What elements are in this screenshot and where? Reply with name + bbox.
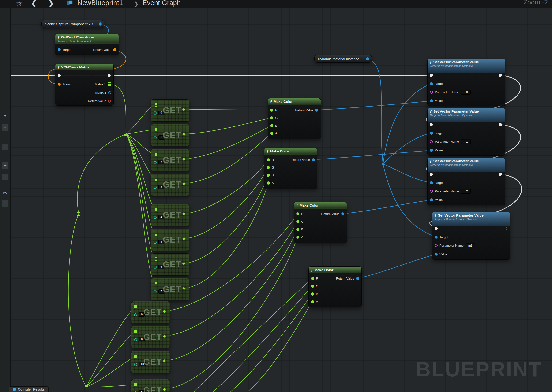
node-array-get-8[interactable]: 8 GET	[131, 301, 170, 323]
node-array-get-4[interactable]: 4 GET	[151, 204, 189, 226]
node-header: ƒGetWorldTransform Target is Scene Compo…	[55, 34, 119, 43]
return-value-pin[interactable]	[356, 277, 359, 280]
a-pin[interactable]	[296, 236, 299, 239]
favorite-icon[interactable]: ☆	[16, 0, 22, 8]
node-header: ƒSet Vector Parameter Value Target is Ma…	[432, 212, 510, 226]
return-value-pin[interactable]	[315, 109, 318, 112]
node-array-get-0[interactable]: 0 GET	[151, 99, 189, 121]
b-pin[interactable]	[296, 228, 299, 231]
compiler-results-tab[interactable]: Compiler Results	[9, 386, 49, 392]
node-array-get-2[interactable]: 2 GET	[151, 149, 189, 171]
add-button-1[interactable]: +	[2, 124, 8, 131]
node-array-get-6[interactable]: 6 GET	[151, 253, 189, 276]
a-pin[interactable]	[267, 182, 270, 184]
return-value-pin[interactable]	[341, 212, 344, 216]
parameter-name-pin[interactable]	[430, 190, 433, 193]
exec-in-pin[interactable]	[430, 73, 434, 77]
reroute-node[interactable]	[85, 385, 88, 388]
exec-out-pin[interactable]	[504, 227, 508, 231]
add-button-4[interactable]: +	[2, 174, 8, 180]
r-pin[interactable]	[296, 212, 299, 216]
compiler-results-icon	[13, 388, 16, 391]
exec-out-pin[interactable]	[107, 74, 111, 77]
exec-in-pin[interactable]	[430, 172, 434, 176]
exec-out-pin[interactable]	[499, 172, 503, 176]
collapse-button[interactable]: ▾	[2, 112, 8, 119]
exec-in-pin[interactable]	[58, 74, 61, 77]
target-pin[interactable]	[430, 181, 433, 184]
node-set-vector-parameter-3[interactable]: ƒSet Vector Parameter Value Target is Ma…	[427, 158, 505, 205]
b-pin[interactable]	[311, 293, 314, 295]
value-pin[interactable]	[430, 149, 433, 152]
exec-in-pin[interactable]	[430, 123, 434, 126]
target-pin[interactable]	[430, 132, 433, 135]
object-out-pin[interactable]	[99, 22, 102, 26]
node-array-get-10[interactable]: 10 GET	[131, 351, 170, 373]
r-pin[interactable]	[270, 109, 273, 112]
node-scene-capture-component[interactable]: Scene Capture Component 2D	[42, 20, 104, 28]
param-name-field[interactable]: m3	[466, 243, 475, 248]
node-make-color-1[interactable]: ƒMake Color R Return Value G B A	[268, 98, 321, 139]
node-array-get-9[interactable]: 9 GET	[131, 326, 170, 348]
trans-pin[interactable]	[58, 83, 61, 86]
value-pin[interactable]	[430, 198, 433, 201]
forward-button[interactable]: ❯	[48, 0, 54, 8]
value-pin[interactable]	[435, 253, 438, 256]
exec-out-pin[interactable]	[499, 123, 503, 126]
a-pin[interactable]	[270, 132, 273, 135]
node-set-vector-parameter-4[interactable]: ƒSet Vector Parameter Value Target is Ma…	[432, 212, 510, 260]
node-array-get-5[interactable]: 5 GET	[151, 229, 189, 251]
node-make-color-3[interactable]: ƒMake Color R Return Value G B A	[294, 202, 347, 243]
return-value-pin[interactable]	[113, 48, 116, 51]
value-pin[interactable]	[430, 99, 433, 102]
g-pin[interactable]	[267, 166, 270, 169]
node-array-get-1[interactable]: 1 GET	[151, 124, 189, 146]
message-icon[interactable]: ✉	[2, 190, 8, 196]
blueprint-editor: BLUEPRINT	[0, 0, 552, 392]
reroute-node[interactable]	[77, 212, 80, 216]
node-vrmtrans-matrix[interactable]: ƒVRMTrans Matrix Trans Matrix 1 Matrix 2…	[55, 64, 114, 106]
node-make-color-4[interactable]: ƒMake Color R Return Value G B A	[308, 266, 362, 308]
node-set-vector-parameter-2[interactable]: ƒSet Vector Parameter Value Target is Ma…	[427, 108, 505, 156]
a-pin[interactable]	[311, 300, 314, 303]
param-name-field[interactable]: m0	[461, 90, 471, 95]
b-pin[interactable]	[267, 174, 270, 177]
exec-out-pin[interactable]	[499, 73, 503, 77]
b-pin[interactable]	[270, 124, 273, 127]
node-set-vector-parameter-1[interactable]: ƒSet Vector Parameter Value Target is Ma…	[427, 59, 505, 106]
back-button[interactable]: ❮	[31, 0, 37, 8]
parameter-name-pin[interactable]	[435, 244, 438, 247]
exec-in-pin[interactable]	[435, 227, 438, 231]
node-make-color-2[interactable]: ƒMake Color R Return Value G B A	[264, 148, 317, 189]
target-pin[interactable]	[430, 82, 433, 85]
blueprint-icon	[67, 0, 74, 7]
matrix1-array-pin[interactable]	[108, 82, 111, 86]
r-pin[interactable]	[311, 277, 314, 280]
g-pin[interactable]	[311, 285, 314, 288]
node-array-get-3[interactable]: 3 GET	[151, 174, 189, 196]
return-value-pin[interactable]	[312, 158, 315, 161]
param-name-field[interactable]: m1	[461, 139, 471, 144]
breadcrumb-title[interactable]: NewBlueprint1	[77, 0, 123, 8]
add-button-5[interactable]: +	[2, 200, 8, 207]
reroute-node[interactable]	[124, 133, 128, 136]
parameter-name-pin[interactable]	[430, 91, 433, 94]
node-array-get-7[interactable]: 7 GET	[151, 278, 189, 301]
object-out-pin[interactable]	[366, 57, 369, 60]
param-name-field[interactable]: m2	[461, 189, 471, 194]
g-pin[interactable]	[270, 116, 273, 119]
add-button-2[interactable]: +	[2, 144, 8, 150]
g-pin[interactable]	[296, 220, 299, 223]
node-array-get-11[interactable]: 11 GET	[131, 379, 170, 392]
node-get-world-transform[interactable]: ƒGetWorldTransform Target is Scene Compo…	[55, 34, 119, 55]
variable-node-label: Scene Capture Component 2D	[45, 22, 93, 26]
breadcrumb-section[interactable]: Event Graph	[143, 0, 181, 8]
target-pin[interactable]	[435, 236, 438, 239]
node-dynamic-material-instance[interactable]: Dynamic Material Instance	[314, 55, 372, 63]
add-button-3[interactable]: +	[2, 162, 8, 169]
r-pin[interactable]	[267, 158, 270, 161]
parameter-name-pin[interactable]	[430, 140, 433, 143]
matrix2-pin[interactable]	[108, 91, 111, 94]
target-pin[interactable]	[58, 48, 61, 51]
return-value-pin[interactable]	[108, 99, 111, 103]
